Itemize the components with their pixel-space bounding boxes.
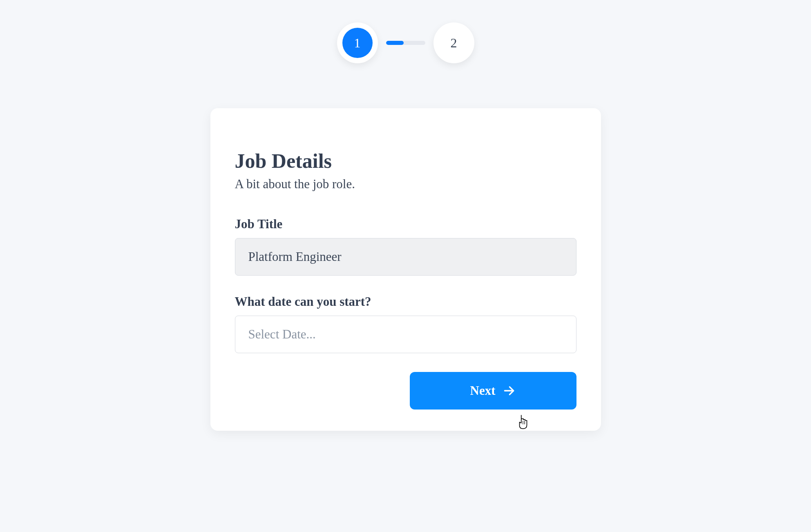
job-title-group: Job Title <box>235 217 576 276</box>
button-row: Next <box>235 372 576 410</box>
job-title-label: Job Title <box>235 217 576 231</box>
card-title: Job Details <box>235 149 576 173</box>
step-1[interactable]: 1 <box>337 22 378 63</box>
page-container: 1 2 Job Details A bit about the job role… <box>0 0 811 431</box>
stepper: 1 2 <box>337 22 474 63</box>
step-2[interactable]: 2 <box>433 22 474 63</box>
form-card: Job Details A bit about the job role. Jo… <box>210 108 601 431</box>
step-1-number: 1 <box>342 28 373 58</box>
card-subtitle: A bit about the job role. <box>235 177 576 191</box>
next-button[interactable]: Next <box>410 372 576 410</box>
stepper-connector-fill <box>386 41 404 45</box>
start-date-input[interactable] <box>235 316 576 353</box>
arrow-right-icon <box>503 384 516 397</box>
start-date-group: What date can you start? <box>235 294 576 353</box>
next-button-label: Next <box>470 383 496 398</box>
job-title-input[interactable] <box>235 238 576 276</box>
step-2-number: 2 <box>439 28 469 58</box>
start-date-label: What date can you start? <box>235 294 576 309</box>
stepper-connector <box>386 41 425 45</box>
